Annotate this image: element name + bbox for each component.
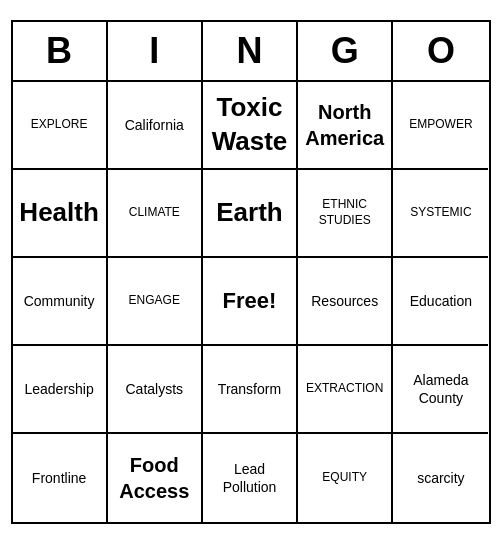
header-letter-n: N [203, 22, 298, 80]
header-letter-g: G [298, 22, 393, 80]
bingo-cell-7: Earth [203, 170, 298, 258]
bingo-cell-22: Lead Pollution [203, 434, 298, 522]
bingo-cell-4: EMPOWER [393, 82, 488, 170]
header-letter-i: I [108, 22, 203, 80]
bingo-cell-19: Alameda County [393, 346, 488, 434]
header-letter-o: O [393, 22, 488, 80]
bingo-cell-11: ENGAGE [108, 258, 203, 346]
bingo-cell-8: ETHNIC STUDIES [298, 170, 393, 258]
header-letter-b: B [13, 22, 108, 80]
bingo-cell-21: Food Access [108, 434, 203, 522]
bingo-header: BINGO [13, 22, 489, 82]
bingo-cell-16: Catalysts [108, 346, 203, 434]
bingo-cell-6: CLIMATE [108, 170, 203, 258]
bingo-grid: EXPLORECaliforniaToxic WasteNorth Americ… [13, 82, 489, 522]
bingo-cell-14: Education [393, 258, 488, 346]
bingo-cell-12: Free! [203, 258, 298, 346]
bingo-cell-18: EXTRACTION [298, 346, 393, 434]
bingo-cell-5: Health [13, 170, 108, 258]
bingo-cell-13: Resources [298, 258, 393, 346]
bingo-cell-24: scarcity [393, 434, 488, 522]
bingo-card: BINGO EXPLORECaliforniaToxic WasteNorth … [11, 20, 491, 524]
bingo-cell-0: EXPLORE [13, 82, 108, 170]
bingo-cell-3: North America [298, 82, 393, 170]
bingo-cell-15: Leadership [13, 346, 108, 434]
bingo-cell-2: Toxic Waste [203, 82, 298, 170]
bingo-cell-20: Frontline [13, 434, 108, 522]
bingo-cell-10: Community [13, 258, 108, 346]
bingo-cell-23: EQUITY [298, 434, 393, 522]
bingo-cell-17: Transform [203, 346, 298, 434]
bingo-cell-1: California [108, 82, 203, 170]
bingo-cell-9: SYSTEMIC [393, 170, 488, 258]
